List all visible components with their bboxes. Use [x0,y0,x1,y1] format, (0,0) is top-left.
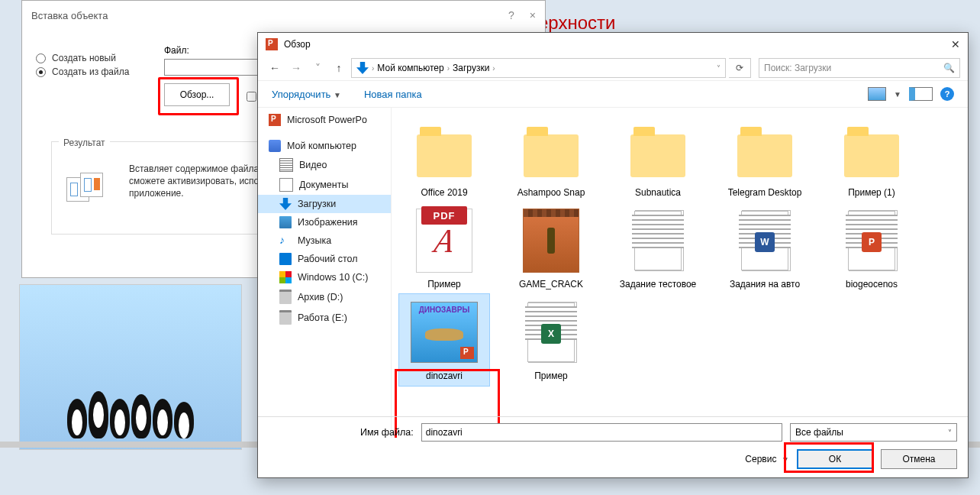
file-item[interactable]: Пример (1) [827,111,917,202]
file-label: Telegram Desktop [728,187,802,198]
powerpoint-badge-icon [460,347,474,359]
tree-label: Музыка [298,235,331,246]
downloads-icon [279,198,292,210]
radio-label: Создать новый [52,53,116,63]
tree-item-powerpoint[interactable]: Microsoft PowerPo [258,111,391,129]
file-label: biogeocenos [846,279,898,290]
powerpoint-doc-icon: P [848,211,895,270]
folder-icon [630,134,685,177]
file-label: Задание тестовое [620,279,697,290]
chevron-down-icon[interactable]: ˅ [717,64,720,73]
folder-icon [417,134,472,177]
file-list: Office 2019 Ashampoo Snap Subnautica Tel… [392,108,968,438]
file-item-selected[interactable]: ДИНОЗАВРЫdinozavri [399,294,489,386]
tree-label: Архив (D:) [298,292,343,302]
chevron-right-icon: › [492,64,495,73]
breadcrumb[interactable]: › Мой компьютер › Загрузки › ˅ [351,58,726,78]
chevron-down-icon[interactable]: ▼ [894,90,901,99]
chevron-right-icon: › [447,64,450,73]
filename-input[interactable] [421,423,782,442]
file-filter-combo[interactable]: Все файлы˅ [790,423,957,442]
tree-item-desktop[interactable]: Рабочий стол [258,250,391,268]
file-label: Пример [427,279,461,290]
tools-menu[interactable]: Сервис ▼ [745,454,789,464]
help-button[interactable]: ? [940,87,954,101]
background-slide-thumb [19,284,242,450]
file-item[interactable]: Ashampoo Snap [506,111,596,202]
file-item[interactable]: XПример [506,294,596,386]
refresh-button[interactable]: ⟳ [729,58,751,78]
crumb-item[interactable]: Мой компьютер [377,63,443,73]
chevron-down-icon: ▼ [782,455,789,464]
desktop-icon [279,253,292,265]
tree-label: Видео [299,160,327,170]
tree-item-video[interactable]: Видео [258,155,391,175]
file-item[interactable]: Pbiogeocenos [827,202,917,294]
file-item[interactable]: WЗадания на авто [720,202,810,294]
preview-pane-button[interactable] [909,87,933,101]
file-item[interactable]: Office 2019 [399,111,489,202]
drive-icon [279,310,292,325]
thumb-label: ДИНОЗАВРЫ [411,306,477,314]
pdf-icon: PDFA [416,209,472,273]
file-label: Задания на авто [730,279,800,290]
images-icon [279,216,292,228]
tree-item-music[interactable]: ♪Музыка [258,231,391,250]
folder-icon [844,134,899,177]
folder-tree: Microsoft PowerPo Мой компьютер Видео До… [258,108,392,438]
search-input[interactable]: Поиск: Загрузки 🔍 [759,58,960,78]
nav-recent-icon[interactable]: ˅ [308,59,327,77]
close-button[interactable]: ✕ [951,38,960,50]
file-item[interactable]: Задание тестовое [613,202,703,294]
tree-item-computer[interactable]: Мой компьютер [258,137,391,155]
chevron-right-icon: › [372,64,374,73]
browse-button[interactable]: Обзор... [164,83,230,106]
tree-item-drive-c[interactable]: Windows 10 (C:) [258,268,391,286]
tree-label: Рабочий стол [298,254,357,264]
word-doc-icon: W [741,211,788,270]
result-icon [66,173,106,211]
radio-label: Создать из файла [52,66,129,77]
cancel-button[interactable]: Отмена [881,449,957,469]
file-label: dinozavri [426,370,463,381]
drive-icon [279,290,292,304]
slide-bg-text: ерхности [538,12,615,34]
powerpoint-icon [269,114,281,126]
file-item[interactable]: Subnautica [613,111,703,202]
new-folder-button[interactable]: Новая папка [364,89,422,100]
result-label: Результат [59,138,110,148]
tree-label: Мой компьютер [287,141,356,151]
tree-label: Windows 10 (C:) [298,272,368,283]
powerpoint-icon [266,38,278,50]
close-button[interactable]: × [530,9,536,21]
file-label: Subnautica [635,187,681,198]
file-label: Office 2019 [421,187,467,198]
tree-item-downloads[interactable]: Загрузки [258,195,391,213]
tree-item-drive-d[interactable]: Архив (D:) [258,286,391,307]
file-label: GAME_CRACK [519,279,583,290]
windows-icon [279,271,292,283]
file-item[interactable]: GAME_CRACK [506,202,596,294]
nav-back-icon[interactable]: ← [266,59,284,77]
view-mode-button[interactable] [868,87,886,101]
tree-item-documents[interactable]: Документы [258,175,391,195]
ok-button[interactable]: ОК [797,449,873,469]
file-label: Ashampoo Snap [517,187,585,198]
monitor-icon [269,140,281,152]
file-item[interactable]: Telegram Desktop [720,111,810,202]
help-button[interactable]: ? [508,9,514,21]
search-placeholder: Поиск: Загрузки [764,63,831,73]
excel-doc-icon: X [527,302,575,362]
tree-label: Документы [299,180,348,190]
dialog-title: Вставка объекта [31,10,108,21]
crumb-item[interactable]: Загрузки [453,63,489,73]
nav-up-icon[interactable]: ↑ [330,59,348,77]
tree-item-drive-e[interactable]: Работа (E:) [258,307,391,328]
file-label: Пример [534,370,568,381]
music-icon: ♪ [279,235,292,247]
nav-forward-icon[interactable]: → [287,59,305,77]
tree-item-images[interactable]: Изображения [258,213,391,231]
file-item[interactable]: PDFAПример [399,202,489,294]
organize-menu[interactable]: Упорядочить ▼ [272,89,341,100]
tree-label: Microsoft PowerPo [287,115,367,125]
